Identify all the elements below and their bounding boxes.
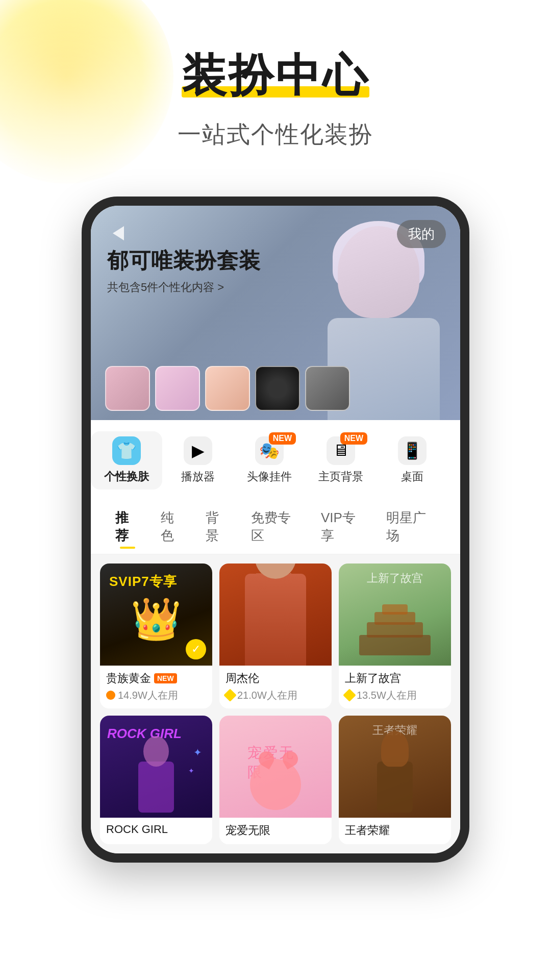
grid-name-jay: 周杰伦 [226, 671, 325, 686]
homebg-label: 主页背景 [318, 469, 363, 484]
grid-item-king[interactable]: 王者荣耀 王者荣耀 [339, 716, 451, 844]
grid-info-rock: ROCK GIRL [100, 818, 212, 842]
back-icon [113, 226, 124, 240]
grid-image-rock: ROCK GIRL ✦ ✦ [100, 716, 212, 818]
page-title: 装扮中心 [182, 51, 369, 101]
new-tag: NEW [154, 673, 177, 683]
grid-image-king: 王者荣耀 [339, 716, 451, 818]
grid-info-pet: 宠爱无限 [219, 818, 332, 844]
category-tabs: 👕 个性换肤 ▶ 播放器 NEW 🎭 头像挂件 NEW 🖥 主页背景 [91, 420, 460, 495]
avatar-label: 头像挂件 [247, 469, 292, 484]
grid-info-jay: 周杰伦 21.0W人在用 [219, 666, 332, 708]
phone-screen: 我的 郁可唯装扮套装 共包含5件个性化内容 > [91, 206, 460, 853]
avatar-new-badge: NEW [269, 432, 296, 445]
palace-text: 上新了故宫 [367, 571, 423, 586]
grid-item-svip[interactable]: SVIP7专享 👑 ✓ 贵族黄金 NEW 14.9W人在用 [100, 564, 212, 708]
hero-section: 装扮中心 一站式个性化装扮 [0, 0, 551, 181]
thumbnail-1[interactable] [105, 366, 150, 411]
crown-icon: 👑 [131, 595, 182, 643]
player-icon: ▶ [184, 436, 212, 465]
category-tab-desktop[interactable]: 📱 桌面 [377, 431, 448, 489]
grid-image-svip: SVIP7专享 👑 ✓ [100, 564, 212, 666]
filter-vip[interactable]: VIP专享 [311, 505, 376, 549]
grid-image-pet: 宠爱无限 [219, 716, 332, 818]
svip-badge-text: SVIP7专享 [109, 573, 177, 591]
grid-item-palace[interactable]: 上新了故宫 上新了故宫 [339, 564, 451, 708]
grid-image-jay: 周杰伦 [219, 564, 332, 666]
skin-label: 个性换肤 [104, 469, 149, 484]
grid-item-pet[interactable]: 宠爱无限 宠爱无限 [219, 716, 332, 844]
grid-info-king: 王者荣耀 [339, 818, 451, 844]
diamond-icon-palace [343, 689, 356, 702]
banner-title: 郁可唯装扮套装 [107, 247, 261, 275]
filter-plain[interactable]: 纯色 [151, 505, 196, 549]
skin-icon: 👕 [112, 436, 141, 465]
back-button[interactable] [105, 220, 132, 247]
filter-tabs: 推荐 纯色 背景 免费专区 VIP专享 明星广场 [91, 495, 460, 554]
diamond-icon-jay [223, 689, 236, 702]
grid-name-palace: 上新了故宫 [345, 671, 445, 686]
thumbnail-2[interactable] [155, 366, 200, 411]
banner-area: 我的 郁可唯装扮套装 共包含5件个性化内容 > [91, 206, 460, 420]
thumbnail-5[interactable] [305, 366, 350, 411]
grid-users-jay: 21.0W人在用 [226, 689, 325, 702]
grid-name-king: 王者荣耀 [345, 823, 445, 838]
category-tab-homebg[interactable]: NEW 🖥 主页背景 [305, 431, 377, 489]
desktop-icon: 📱 [398, 436, 427, 465]
grid-name-rock: ROCK GIRL [106, 823, 206, 836]
hero-subtitle: 一站式个性化装扮 [0, 119, 551, 151]
filter-recommend[interactable]: 推荐 [105, 505, 151, 549]
filter-bg[interactable]: 背景 [195, 505, 241, 549]
grid-image-palace: 上新了故宫 [339, 564, 451, 666]
grid-name-pet: 宠爱无限 [226, 823, 325, 838]
thumbnail-3[interactable] [205, 366, 250, 411]
player-label: 播放器 [181, 469, 215, 484]
desktop-label: 桌面 [401, 469, 423, 484]
banner-subtitle: 共包含5件个性化内容 > [107, 280, 224, 295]
filter-free[interactable]: 免费专区 [241, 505, 311, 549]
content-grid: SVIP7专享 👑 ✓ 贵族黄金 NEW 14.9W人在用 [91, 554, 460, 853]
grid-name-svip: 贵族黄金 NEW [106, 671, 206, 686]
thumbnail-4[interactable] [255, 366, 300, 411]
grid-users-svip: 14.9W人在用 [106, 689, 206, 702]
grid-info-svip: 贵族黄金 NEW 14.9W人在用 [100, 666, 212, 708]
grid-users-palace: 13.5W人在用 [345, 689, 445, 702]
grid-item-jay[interactable]: 周杰伦 周杰伦 21.0W人在用 [219, 564, 332, 708]
category-tab-skin[interactable]: 👕 个性换肤 [91, 431, 162, 489]
coin-icon [106, 691, 115, 700]
thumbnail-strip [105, 366, 350, 411]
filter-star[interactable]: 明星广场 [376, 505, 446, 549]
homebg-new-badge: NEW [340, 432, 367, 445]
category-tab-player[interactable]: ▶ 播放器 [162, 431, 234, 489]
mine-button[interactable]: 我的 [397, 220, 446, 248]
grid-item-rock[interactable]: ROCK GIRL ✦ ✦ ROCK GIRL [100, 716, 212, 844]
check-circle: ✓ [186, 639, 206, 659]
phone-frame: 我的 郁可唯装扮套装 共包含5件个性化内容 > [82, 197, 469, 863]
grid-info-palace: 上新了故宫 13.5W人在用 [339, 666, 451, 708]
category-tab-avatar[interactable]: NEW 🎭 头像挂件 [234, 431, 305, 489]
phone-container: 我的 郁可唯装扮套装 共包含5件个性化内容 > [0, 197, 551, 863]
